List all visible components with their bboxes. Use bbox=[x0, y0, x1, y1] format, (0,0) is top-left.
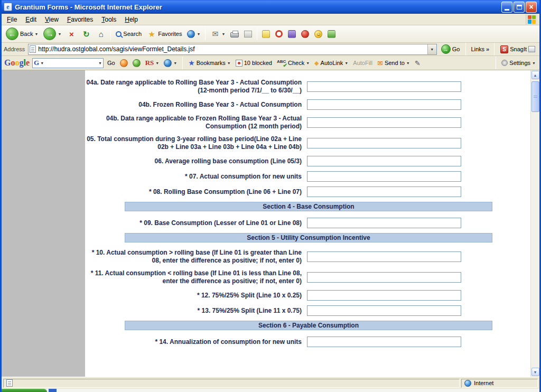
address-field[interactable]: http://hudra.ostglobal.com/sagis/viewFor… bbox=[28, 44, 436, 55]
input-14-annualization[interactable] bbox=[307, 337, 461, 347]
form-row-07: * 07. Actual consumption for new units bbox=[85, 171, 530, 182]
ie-page-icon: e bbox=[4, 3, 12, 11]
input-04b-data-range[interactable] bbox=[307, 117, 461, 128]
menu-file[interactable]: File bbox=[3, 14, 21, 25]
field-label-13: * 13. 75%/25% Split (Line 11 x 0.75) bbox=[85, 307, 307, 315]
rs-dropdown-icon: ▼ bbox=[155, 61, 159, 65]
autolink-button[interactable]: ◆ AutoLink ▼ bbox=[313, 60, 349, 67]
input-07-new-units[interactable] bbox=[307, 171, 461, 182]
mail-button[interactable]: ✉ ▼ bbox=[208, 28, 227, 40]
rs-icon: RS bbox=[145, 59, 154, 67]
back-label: Back bbox=[20, 31, 33, 37]
input-05-total-consumption[interactable] bbox=[307, 138, 461, 148]
back-button[interactable]: ← Back ▼ bbox=[4, 26, 40, 41]
search-button[interactable]: Search bbox=[114, 30, 144, 38]
windows-logo-icon bbox=[526, 14, 537, 25]
back-dropdown-icon[interactable]: ▼ bbox=[34, 32, 38, 36]
grantium-form: 04a. Date range applicable to Rolling Ba… bbox=[85, 70, 530, 377]
media-icon bbox=[187, 30, 195, 38]
popup-blocker-button[interactable]: 10 blocked bbox=[235, 60, 273, 67]
close-button[interactable]: × bbox=[526, 2, 537, 13]
section-6-header: Section 6 - Payable Consumption bbox=[125, 321, 492, 330]
pencil-icon: ✎ bbox=[415, 59, 421, 67]
links-label: Links bbox=[471, 46, 484, 52]
refresh-icon: ↻ bbox=[81, 29, 91, 39]
google-page-info-button[interactable]: ▼ bbox=[163, 59, 178, 67]
scrollbar-thumb[interactable] bbox=[531, 81, 539, 112]
menu-edit[interactable]: Edit bbox=[21, 14, 41, 25]
compass-icon bbox=[120, 59, 128, 67]
bookmarks-label: Bookmarks bbox=[197, 60, 226, 66]
minimize-button[interactable] bbox=[501, 2, 512, 13]
toolbar-separator bbox=[257, 27, 257, 40]
menu-tools[interactable]: Tools bbox=[97, 14, 120, 25]
forward-button[interactable]: → ▼ bbox=[41, 26, 63, 41]
search-label: Search bbox=[123, 31, 142, 37]
home-button[interactable]: ⌂ bbox=[94, 28, 108, 40]
input-10-greater-than[interactable] bbox=[307, 251, 461, 262]
links-button[interactable]: Links » bbox=[470, 46, 490, 52]
send-to-button[interactable]: ✉ Send to ▼ bbox=[376, 59, 411, 67]
bookmarks-dropdown-icon: ▼ bbox=[227, 61, 231, 65]
menu-bar: File Edit View Favorites Tools Help bbox=[2, 14, 539, 25]
scroll-up-button[interactable]: ▲ bbox=[531, 71, 539, 79]
links-chevron-icon: » bbox=[486, 46, 489, 52]
print-icon bbox=[230, 32, 239, 38]
back-icon: ← bbox=[6, 27, 18, 40]
refresh-button[interactable]: ↻ bbox=[79, 28, 93, 40]
input-09-base-consumption[interactable] bbox=[307, 218, 461, 228]
media-button[interactable]: ▼ bbox=[185, 29, 202, 39]
input-12-split[interactable] bbox=[307, 290, 461, 301]
print-button[interactable] bbox=[228, 29, 241, 39]
go-button[interactable]: → Go bbox=[439, 43, 462, 55]
input-11-less-than[interactable] bbox=[307, 272, 461, 283]
go-label: Go bbox=[452, 46, 460, 52]
forward-dropdown-icon[interactable]: ▼ bbox=[58, 32, 61, 36]
google-pagerank-button[interactable] bbox=[132, 59, 142, 67]
address-dropdown-button[interactable]: ▼ bbox=[427, 44, 436, 54]
spellcheck-dropdown-icon: ▼ bbox=[306, 61, 310, 65]
research-addon-button[interactable] bbox=[286, 29, 298, 39]
messenger-button[interactable] bbox=[299, 29, 311, 39]
start-button-fragment[interactable] bbox=[2, 389, 47, 392]
address-url[interactable]: http://hudra.ostglobal.com/sagis/viewFor… bbox=[36, 45, 427, 53]
input-08-rolling-base[interactable] bbox=[307, 186, 461, 197]
scroll-down-button[interactable]: ▼ bbox=[531, 368, 539, 376]
target-addon-button[interactable] bbox=[273, 29, 285, 39]
google-search-dropdown-icon[interactable]: ▼ bbox=[98, 61, 102, 65]
menu-help[interactable]: Help bbox=[120, 14, 142, 25]
status-message-pane bbox=[3, 379, 460, 388]
settings-button[interactable]: Settings ▼ bbox=[500, 60, 537, 66]
smiley-addon-button[interactable]: ☺ bbox=[312, 29, 324, 39]
input-04b-frozen[interactable] bbox=[307, 99, 461, 110]
input-13-split[interactable] bbox=[307, 305, 461, 316]
rs-button[interactable]: RS ▼ bbox=[144, 59, 161, 67]
snagit-button[interactable]: S SnagIt bbox=[498, 44, 537, 54]
field-label-04a: 04a. Date range applicable to Rolling Ba… bbox=[85, 79, 307, 95]
pagerank-icon bbox=[133, 59, 141, 67]
input-06-average[interactable] bbox=[307, 156, 461, 166]
favorites-button[interactable]: ★ Favorites bbox=[145, 28, 184, 40]
page-info-icon bbox=[164, 59, 172, 67]
status-bar: Internet bbox=[2, 377, 539, 389]
bookmarks-button[interactable]: ★ Bookmarks ▼ bbox=[187, 59, 232, 67]
media-dropdown-icon: ▼ bbox=[197, 32, 200, 36]
menu-favorites[interactable]: Favorites bbox=[63, 14, 97, 25]
snagit-capture-button[interactable] bbox=[325, 29, 338, 39]
google-search-box[interactable]: G ▼ ▼ bbox=[32, 58, 104, 68]
vertical-scrollbar[interactable]: ▲ ▼ bbox=[530, 70, 539, 377]
input-04a-date-range[interactable] bbox=[307, 81, 461, 92]
autofill-button: AutoFill bbox=[352, 60, 374, 66]
notes-addon-button[interactable] bbox=[260, 29, 272, 39]
maximize-button[interactable] bbox=[514, 2, 525, 13]
google-g-dropdown-icon[interactable]: ▼ bbox=[40, 61, 44, 65]
quick-launch-fragment[interactable] bbox=[49, 389, 57, 392]
form-row-09: * 09. Base Consumption (Lesser of Line 0… bbox=[85, 218, 530, 228]
google-site-button[interactable] bbox=[119, 59, 129, 67]
stop-button[interactable]: × bbox=[64, 28, 78, 40]
menu-view[interactable]: View bbox=[41, 14, 63, 25]
highlight-button[interactable]: ✎ bbox=[414, 59, 422, 67]
spellcheck-button[interactable]: ABC ✔ Check ▼ bbox=[276, 59, 311, 67]
edit-button[interactable] bbox=[242, 30, 254, 39]
google-go-button[interactable]: Go bbox=[106, 60, 116, 66]
